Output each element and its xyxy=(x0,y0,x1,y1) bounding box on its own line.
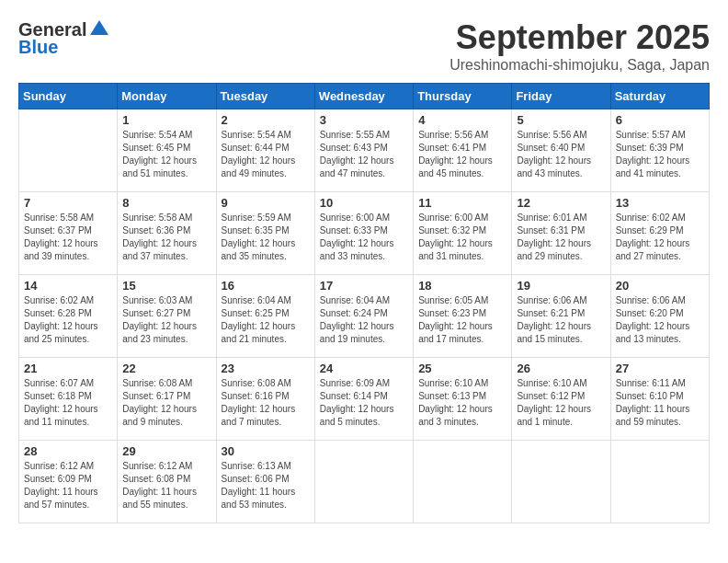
calendar-cell: 29Sunrise: 6:12 AM Sunset: 6:08 PM Dayli… xyxy=(118,441,216,523)
day-number: 22 xyxy=(122,362,210,375)
day-number: 6 xyxy=(616,113,704,127)
calendar-table: SundayMondayTuesdayWednesdayThursdayFrid… xyxy=(18,83,710,523)
title-section: September 2025 Ureshinomachi-shimojuku, … xyxy=(449,18,710,74)
day-number: 13 xyxy=(616,196,704,210)
calendar-week-row: 14Sunrise: 6:02 AM Sunset: 6:28 PM Dayli… xyxy=(19,275,710,358)
day-of-week-header: Wednesday xyxy=(314,84,413,109)
day-number: 1 xyxy=(122,113,210,127)
day-info: Sunrise: 6:04 AM Sunset: 6:25 PM Dayligh… xyxy=(222,294,310,346)
calendar-cell: 20Sunrise: 6:06 AM Sunset: 6:20 PM Dayli… xyxy=(610,275,709,358)
day-number: 23 xyxy=(222,362,310,375)
calendar-week-row: 21Sunrise: 6:07 AM Sunset: 6:18 PM Dayli… xyxy=(19,358,710,441)
day-info: Sunrise: 6:02 AM Sunset: 6:29 PM Dayligh… xyxy=(616,212,704,263)
calendar-cell: 8Sunrise: 5:58 AM Sunset: 6:36 PM Daylig… xyxy=(118,192,216,275)
page-header: General Blue September 2025 Ureshinomach… xyxy=(18,18,710,74)
day-info: Sunrise: 6:11 AM Sunset: 6:10 PM Dayligh… xyxy=(616,377,704,429)
calendar-cell: 4Sunrise: 5:56 AM Sunset: 6:41 PM Daylig… xyxy=(414,109,512,192)
day-number: 5 xyxy=(517,113,605,127)
day-info: Sunrise: 6:01 AM Sunset: 6:31 PM Dayligh… xyxy=(517,212,605,263)
days-of-week-row: SundayMondayTuesdayWednesdayThursdayFrid… xyxy=(19,84,710,109)
svg-marker-0 xyxy=(90,20,108,35)
calendar-header: SundayMondayTuesdayWednesdayThursdayFrid… xyxy=(19,84,710,109)
day-of-week-header: Tuesday xyxy=(216,84,314,109)
day-info: Sunrise: 5:54 AM Sunset: 6:45 PM Dayligh… xyxy=(122,129,210,180)
day-info: Sunrise: 5:56 AM Sunset: 6:41 PM Dayligh… xyxy=(418,129,506,180)
day-info: Sunrise: 5:54 AM Sunset: 6:44 PM Dayligh… xyxy=(222,129,310,180)
day-of-week-header: Sunday xyxy=(19,84,118,109)
logo-icon xyxy=(88,18,110,40)
calendar-cell: 18Sunrise: 6:05 AM Sunset: 6:23 PM Dayli… xyxy=(414,275,512,358)
day-info: Sunrise: 6:08 AM Sunset: 6:17 PM Dayligh… xyxy=(122,377,210,429)
day-of-week-header: Friday xyxy=(512,84,610,109)
calendar-week-row: 1Sunrise: 5:54 AM Sunset: 6:45 PM Daylig… xyxy=(19,109,710,192)
day-of-week-header: Saturday xyxy=(610,84,709,109)
day-info: Sunrise: 6:07 AM Sunset: 6:18 PM Dayligh… xyxy=(24,377,112,429)
day-info: Sunrise: 6:10 AM Sunset: 6:12 PM Dayligh… xyxy=(517,377,605,429)
calendar-cell: 19Sunrise: 6:06 AM Sunset: 6:21 PM Dayli… xyxy=(512,275,610,358)
day-info: Sunrise: 6:00 AM Sunset: 6:32 PM Dayligh… xyxy=(418,212,506,263)
day-info: Sunrise: 6:10 AM Sunset: 6:13 PM Dayligh… xyxy=(418,377,506,429)
calendar-cell: 23Sunrise: 6:08 AM Sunset: 6:16 PM Dayli… xyxy=(216,358,314,441)
calendar-cell: 5Sunrise: 5:56 AM Sunset: 6:40 PM Daylig… xyxy=(512,109,610,192)
day-number: 17 xyxy=(320,279,408,293)
calendar-cell xyxy=(414,441,512,523)
calendar-cell: 3Sunrise: 5:55 AM Sunset: 6:43 PM Daylig… xyxy=(314,109,413,192)
calendar-body: 1Sunrise: 5:54 AM Sunset: 6:45 PM Daylig… xyxy=(19,109,710,523)
day-number: 26 xyxy=(517,362,605,375)
day-number: 11 xyxy=(418,196,506,210)
day-number: 4 xyxy=(418,113,506,127)
day-info: Sunrise: 6:09 AM Sunset: 6:14 PM Dayligh… xyxy=(320,377,408,429)
calendar-cell: 6Sunrise: 5:57 AM Sunset: 6:39 PM Daylig… xyxy=(610,109,709,192)
day-number: 16 xyxy=(222,279,310,293)
calendar-cell xyxy=(610,441,709,523)
calendar-cell: 24Sunrise: 6:09 AM Sunset: 6:14 PM Dayli… xyxy=(314,358,413,441)
day-number: 8 xyxy=(122,196,210,210)
calendar-week-row: 7Sunrise: 5:58 AM Sunset: 6:37 PM Daylig… xyxy=(19,192,710,275)
calendar-cell: 13Sunrise: 6:02 AM Sunset: 6:29 PM Dayli… xyxy=(610,192,709,275)
day-info: Sunrise: 6:12 AM Sunset: 6:09 PM Dayligh… xyxy=(24,460,112,511)
calendar-cell: 25Sunrise: 6:10 AM Sunset: 6:13 PM Dayli… xyxy=(414,358,512,441)
day-number: 14 xyxy=(24,279,112,293)
day-number: 27 xyxy=(616,362,704,375)
day-of-week-header: Monday xyxy=(118,84,216,109)
day-info: Sunrise: 6:06 AM Sunset: 6:21 PM Dayligh… xyxy=(517,294,605,346)
day-info: Sunrise: 5:58 AM Sunset: 6:36 PM Dayligh… xyxy=(122,212,210,263)
calendar-cell: 10Sunrise: 6:00 AM Sunset: 6:33 PM Dayli… xyxy=(314,192,413,275)
day-number: 30 xyxy=(222,444,310,458)
day-info: Sunrise: 6:00 AM Sunset: 6:33 PM Dayligh… xyxy=(320,212,408,263)
logo-blue-text: Blue xyxy=(18,37,58,58)
calendar-cell: 26Sunrise: 6:10 AM Sunset: 6:12 PM Dayli… xyxy=(512,358,610,441)
calendar-cell xyxy=(512,441,610,523)
day-info: Sunrise: 6:08 AM Sunset: 6:16 PM Dayligh… xyxy=(222,377,310,429)
logo: General Blue xyxy=(18,18,110,58)
day-number: 15 xyxy=(122,279,210,293)
day-number: 19 xyxy=(517,279,605,293)
day-number: 25 xyxy=(418,362,506,375)
day-info: Sunrise: 6:03 AM Sunset: 6:27 PM Dayligh… xyxy=(122,294,210,346)
day-number: 20 xyxy=(616,279,704,293)
day-info: Sunrise: 5:58 AM Sunset: 6:37 PM Dayligh… xyxy=(24,212,112,263)
calendar-cell: 12Sunrise: 6:01 AM Sunset: 6:31 PM Dayli… xyxy=(512,192,610,275)
day-of-week-header: Thursday xyxy=(414,84,512,109)
day-number: 12 xyxy=(517,196,605,210)
day-number: 29 xyxy=(122,444,210,458)
day-number: 24 xyxy=(320,362,408,375)
day-info: Sunrise: 6:12 AM Sunset: 6:08 PM Dayligh… xyxy=(122,460,210,511)
day-number: 21 xyxy=(24,362,112,375)
day-info: Sunrise: 5:55 AM Sunset: 6:43 PM Dayligh… xyxy=(320,129,408,180)
day-number: 2 xyxy=(222,113,310,127)
location-text: Ureshinomachi-shimojuku, Saga, Japan xyxy=(449,57,710,74)
calendar-cell: 30Sunrise: 6:13 AM Sunset: 6:06 PM Dayli… xyxy=(216,441,314,523)
day-number: 7 xyxy=(24,196,112,210)
day-info: Sunrise: 6:04 AM Sunset: 6:24 PM Dayligh… xyxy=(320,294,408,346)
day-number: 18 xyxy=(418,279,506,293)
calendar-cell: 2Sunrise: 5:54 AM Sunset: 6:44 PM Daylig… xyxy=(216,109,314,192)
day-info: Sunrise: 6:02 AM Sunset: 6:28 PM Dayligh… xyxy=(24,294,112,346)
calendar-week-row: 28Sunrise: 6:12 AM Sunset: 6:09 PM Dayli… xyxy=(19,441,710,523)
calendar-cell: 27Sunrise: 6:11 AM Sunset: 6:10 PM Dayli… xyxy=(610,358,709,441)
calendar-cell: 28Sunrise: 6:12 AM Sunset: 6:09 PM Dayli… xyxy=(19,441,118,523)
day-number: 10 xyxy=(320,196,408,210)
day-info: Sunrise: 5:56 AM Sunset: 6:40 PM Dayligh… xyxy=(517,129,605,180)
day-number: 28 xyxy=(24,444,112,458)
month-title: September 2025 xyxy=(449,18,710,57)
